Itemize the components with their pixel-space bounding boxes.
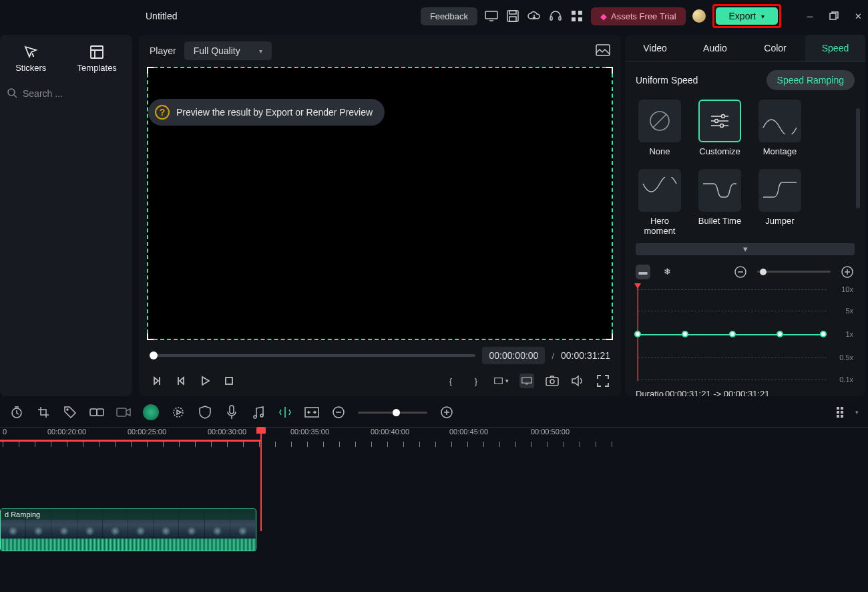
screen-mode-button[interactable] bbox=[519, 374, 534, 388]
scrollbar[interactable] bbox=[856, 108, 860, 208]
effects-icon[interactable] bbox=[171, 405, 186, 420]
svg-rect-4 bbox=[550, 17, 552, 20]
image-icon[interactable] bbox=[596, 44, 610, 58]
ai-button[interactable] bbox=[143, 404, 159, 420]
track-area[interactable]: d Ramping bbox=[0, 451, 868, 571]
feedback-button[interactable]: Feedback bbox=[421, 7, 477, 25]
mark-in-button[interactable]: { bbox=[443, 374, 458, 388]
camera-off-icon[interactable] bbox=[116, 405, 131, 420]
tab-audio[interactable]: Audio bbox=[685, 35, 745, 61]
snapshot-button[interactable] bbox=[545, 374, 560, 388]
preset-bullet[interactable]: Bullet Time bbox=[696, 169, 744, 237]
preset-jumper[interactable]: Jumper bbox=[756, 169, 804, 237]
prev-frame-button[interactable] bbox=[150, 374, 164, 388]
preset-customize[interactable]: Customize bbox=[696, 100, 744, 157]
preset-none[interactable]: None bbox=[636, 100, 684, 157]
fit-icon[interactable] bbox=[304, 405, 319, 420]
svg-rect-27 bbox=[90, 409, 97, 416]
stop-button[interactable] bbox=[222, 374, 236, 388]
svg-rect-42 bbox=[841, 415, 843, 418]
freeze-icon[interactable]: ❄ bbox=[660, 265, 674, 279]
moon-icon[interactable] bbox=[692, 9, 706, 23]
curve-keyframe[interactable] bbox=[820, 331, 827, 337]
next-frame-button[interactable] bbox=[174, 374, 188, 388]
scrub-handle[interactable] bbox=[150, 351, 158, 359]
monitor-icon[interactable] bbox=[484, 9, 499, 23]
hint-text: Preview the result by Export or Render P… bbox=[176, 107, 373, 118]
svg-point-12 bbox=[8, 89, 15, 96]
preview-canvas[interactable]: ? Preview the result by Export or Render… bbox=[147, 67, 613, 340]
timer-icon[interactable] bbox=[9, 405, 24, 420]
zoom-in-button[interactable] bbox=[439, 405, 454, 420]
preset-montage[interactable]: Montage bbox=[756, 100, 804, 157]
export-button[interactable]: Export ▾ bbox=[716, 7, 778, 25]
split-icon[interactable] bbox=[278, 405, 292, 420]
speed-curve[interactable]: 10x 5x 1x 0.5x 0.1x bbox=[637, 287, 853, 381]
tab-video[interactable]: Video bbox=[625, 35, 685, 61]
ruler-label: 00:00:25:00 bbox=[128, 428, 166, 436]
duration-row: Duratio 00:00:31:21 -> 00:00:31:21 bbox=[636, 389, 855, 396]
scrubber[interactable] bbox=[150, 354, 475, 357]
stickers-icon bbox=[23, 44, 39, 60]
zoom-in-speed-button[interactable] bbox=[840, 265, 855, 279]
search-input[interactable] bbox=[23, 88, 140, 99]
project-title: Untitled bbox=[146, 11, 177, 21]
tab-templates[interactable]: Templates bbox=[77, 44, 117, 73]
curve-label-10x: 10x bbox=[841, 285, 853, 293]
curve-label-05x: 0.5x bbox=[839, 353, 853, 361]
ratio-dropdown[interactable]: ▾ bbox=[494, 374, 509, 388]
crop-icon[interactable] bbox=[36, 405, 51, 420]
timeline-ruler[interactable]: 0 00:00:20:00 00:00:25:00 00:00:30:00 00… bbox=[0, 427, 868, 451]
svg-rect-16 bbox=[522, 378, 531, 383]
cloud-icon[interactable] bbox=[527, 9, 541, 23]
stickers-label: Stickers bbox=[15, 63, 46, 73]
save-icon[interactable] bbox=[505, 9, 520, 23]
uniform-speed-label[interactable]: Uniform Speed bbox=[636, 75, 698, 86]
video-clip[interactable]: d Ramping bbox=[0, 508, 256, 551]
mic-icon[interactable] bbox=[224, 405, 239, 420]
curve-keyframe[interactable] bbox=[729, 331, 736, 337]
render-line bbox=[0, 440, 260, 442]
zoom-out-speed-button[interactable] bbox=[733, 265, 748, 279]
preset-hero[interactable]: Hero moment bbox=[636, 169, 684, 237]
assets-label: Assets Free Trial bbox=[611, 11, 676, 21]
crop-handle-tr[interactable] bbox=[606, 67, 613, 73]
crop-handle-tl[interactable] bbox=[147, 67, 154, 73]
maximize-button[interactable] bbox=[829, 11, 839, 21]
shield-icon[interactable] bbox=[198, 405, 212, 420]
preview-hint: ? Preview the result by Export or Render… bbox=[148, 99, 385, 126]
titlebar-right: Feedback ◆Assets Free Trial Export ▾ ─ ✕ bbox=[421, 4, 863, 28]
volume-button[interactable] bbox=[570, 374, 585, 388]
mark-out-button[interactable]: } bbox=[469, 374, 483, 388]
tab-color[interactable]: Color bbox=[745, 35, 805, 61]
track-layout-icon[interactable] bbox=[834, 405, 849, 420]
curve-keyframe[interactable] bbox=[634, 331, 641, 337]
zoom-slider[interactable] bbox=[358, 412, 427, 414]
group-icon[interactable] bbox=[89, 405, 104, 420]
quality-dropdown[interactable]: Full Quality ▾ bbox=[184, 41, 272, 60]
crop-handle-br[interactable] bbox=[606, 333, 613, 340]
curve-keyframe[interactable] bbox=[777, 331, 783, 337]
minimize-button[interactable]: ─ bbox=[805, 11, 815, 21]
curve-keyframe[interactable] bbox=[682, 331, 688, 337]
music-icon[interactable] bbox=[251, 405, 266, 420]
speed-ramping-pill[interactable]: Speed Ramping bbox=[767, 70, 855, 90]
tab-speed[interactable]: Speed bbox=[805, 35, 865, 61]
tag-icon[interactable] bbox=[63, 405, 77, 420]
chevron-down-icon[interactable]: ▾ bbox=[855, 409, 859, 416]
main: Stickers Templates ⋯ Player Full Quality… bbox=[0, 32, 868, 396]
fullscreen-button[interactable] bbox=[596, 374, 610, 388]
grid-icon[interactable] bbox=[570, 9, 584, 23]
headset-icon[interactable] bbox=[548, 9, 563, 23]
zoom-out-button[interactable] bbox=[331, 405, 346, 420]
play-button[interactable] bbox=[198, 374, 212, 388]
close-button[interactable]: ✕ bbox=[853, 11, 863, 21]
svg-rect-28 bbox=[97, 409, 103, 416]
tab-stickers[interactable]: Stickers bbox=[15, 44, 46, 73]
speed-slider[interactable] bbox=[757, 271, 831, 273]
preset-expander[interactable]: ▾ bbox=[636, 243, 855, 255]
minus-square-button[interactable]: ▬ bbox=[636, 265, 650, 279]
crop-handle-bl[interactable] bbox=[147, 333, 154, 340]
assets-free-trial-button[interactable]: ◆Assets Free Trial bbox=[591, 7, 686, 25]
current-time: 00:00:00:00 bbox=[482, 347, 545, 364]
